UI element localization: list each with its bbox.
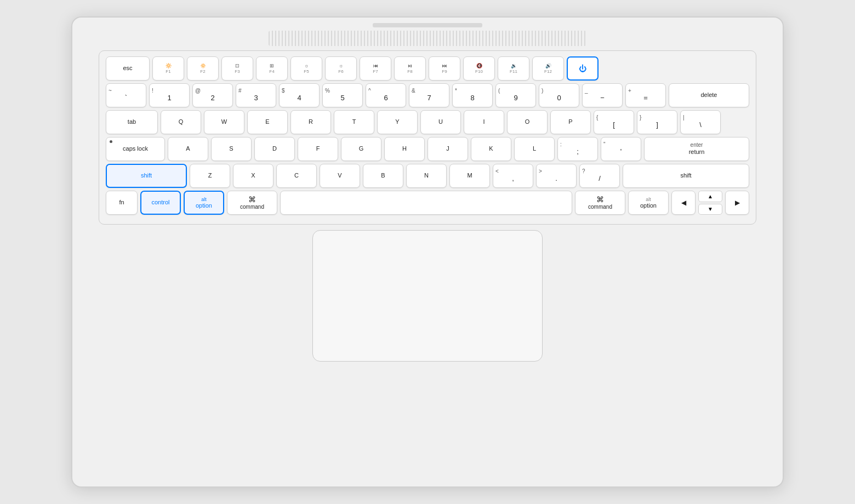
key-a[interactable]: A [168, 137, 208, 161]
key-f3[interactable]: ⊡ F3 [221, 56, 253, 81]
key-q[interactable]: Q [161, 110, 201, 134]
key-f1[interactable]: 🔆 F1 [152, 56, 184, 81]
key-f4[interactable]: ⊞ F4 [256, 56, 288, 81]
key-backtick[interactable]: ~ ` [106, 83, 146, 107]
r-label: R [309, 118, 313, 125]
key-quote[interactable]: " ' [601, 137, 641, 161]
key-f5[interactable]: ☼ F5 [290, 56, 322, 81]
key-minus[interactable]: _ − [582, 83, 623, 107]
key-v[interactable]: V [320, 164, 360, 188]
key-f[interactable]: F [298, 137, 338, 161]
key-arrow-up[interactable]: ▲ [698, 191, 722, 202]
key-enter[interactable]: enter return [644, 137, 749, 161]
key-y[interactable]: Y [377, 110, 418, 134]
key-5[interactable]: % 5 [322, 83, 363, 107]
key-equals-main: = [643, 94, 648, 102]
key-9[interactable]: ( 9 [495, 83, 536, 107]
key-arrow-down[interactable]: ▼ [698, 204, 722, 215]
h-label: H [402, 145, 407, 152]
key-control[interactable]: control [140, 191, 181, 215]
key-h[interactable]: H [384, 137, 425, 161]
key-f7[interactable]: ⏮ F7 [360, 56, 391, 81]
key-f9[interactable]: ⏭ F9 [429, 56, 460, 81]
f-label: F [316, 145, 320, 152]
key-f10[interactable]: 🔇 F10 [463, 56, 495, 81]
key-f12[interactable]: 🔊 F12 [532, 56, 564, 81]
trackpad[interactable] [312, 230, 543, 362]
key-minus-main: − [600, 94, 605, 102]
key-t[interactable]: T [334, 110, 374, 134]
key-z[interactable]: Z [190, 164, 230, 188]
key-arrow-right[interactable]: ▶ [725, 191, 749, 215]
caps-lock-label: caps lock [123, 145, 148, 152]
key-shift-right[interactable]: shift [623, 164, 749, 188]
key-c[interactable]: C [276, 164, 317, 188]
f11-label: F11 [510, 69, 517, 75]
key-3[interactable]: # 3 [236, 83, 276, 107]
key-k[interactable]: K [471, 137, 511, 161]
key-8[interactable]: * 8 [452, 83, 493, 107]
key-d[interactable]: D [254, 137, 295, 161]
command-right-icon: ⌘ [596, 195, 604, 204]
key-o[interactable]: O [507, 110, 548, 134]
key-power[interactable]: ⏻ [567, 56, 598, 81]
key-8-main: 8 [470, 94, 474, 102]
key-command-right[interactable]: ⌘ command [575, 191, 625, 215]
key-arrow-left[interactable]: ◀ [671, 191, 696, 215]
f5-label: F5 [304, 69, 309, 75]
key-backslash[interactable]: | \ [680, 110, 721, 134]
g-label: G [359, 145, 364, 152]
key-l[interactable]: L [514, 137, 555, 161]
a-label: A [186, 145, 190, 152]
return-label: return [689, 148, 705, 156]
key-p[interactable]: P [550, 110, 591, 134]
key-rbracket[interactable]: } ] [637, 110, 677, 134]
key-2[interactable]: @ 2 [192, 83, 233, 107]
f1-label: F1 [166, 69, 170, 75]
key-caps-lock[interactable]: caps lock [106, 137, 165, 161]
key-delete[interactable]: delete [669, 83, 749, 107]
key-f11[interactable]: 🔉 F11 [498, 56, 529, 81]
key-comma[interactable]: < , [493, 164, 533, 188]
key-j[interactable]: J [428, 137, 468, 161]
key-space[interactable] [280, 191, 572, 215]
key-option-right[interactable]: alt option [628, 191, 669, 215]
key-s[interactable]: S [211, 137, 252, 161]
key-e[interactable]: E [247, 110, 288, 134]
key-esc[interactable]: esc [106, 56, 150, 81]
f3-icon: ⊡ [235, 63, 240, 69]
key-1[interactable]: ! 1 [149, 83, 190, 107]
key-semicolon[interactable]: : ; [557, 137, 598, 161]
key-w[interactable]: W [204, 110, 244, 134]
key-4[interactable]: $ 4 [279, 83, 320, 107]
key-shift-left[interactable]: shift [106, 164, 187, 188]
key-command-left[interactable]: ⌘ command [227, 191, 277, 215]
key-x[interactable]: X [233, 164, 273, 188]
key-g[interactable]: G [341, 137, 381, 161]
key-option-left[interactable]: alt option [184, 191, 224, 215]
key-f6[interactable]: ☼ F6 [325, 56, 357, 81]
asdf-row: caps lock A S D F G H J K L : ; " ' ente… [106, 137, 749, 161]
control-label: control [151, 199, 169, 206]
key-slash[interactable]: ? / [579, 164, 620, 188]
key-f2[interactable]: 🔅 F2 [187, 56, 219, 81]
key-lbracket[interactable]: { [ [594, 110, 634, 134]
key-tilde: ~ [109, 88, 112, 94]
key-b[interactable]: B [363, 164, 403, 188]
key-7[interactable]: & 7 [409, 83, 449, 107]
key-i[interactable]: I [464, 110, 504, 134]
key-m[interactable]: M [449, 164, 490, 188]
key-fn[interactable]: fn [106, 191, 138, 215]
backslash: \ [699, 121, 702, 129]
key-u[interactable]: U [420, 110, 461, 134]
key-0[interactable]: ) 0 [539, 83, 579, 107]
qwerty-row: tab Q W E R T Y U I O P { [ } ] | \ [106, 110, 749, 134]
key-tab[interactable]: tab [106, 110, 158, 134]
key-r[interactable]: R [290, 110, 331, 134]
key-f8[interactable]: ⏯ F8 [394, 56, 426, 81]
key-period[interactable]: > . [536, 164, 577, 188]
key-n[interactable]: N [406, 164, 447, 188]
key-equals[interactable]: + = [625, 83, 666, 107]
key-2-main: 2 [210, 94, 214, 102]
key-6[interactable]: ^ 6 [366, 83, 406, 107]
